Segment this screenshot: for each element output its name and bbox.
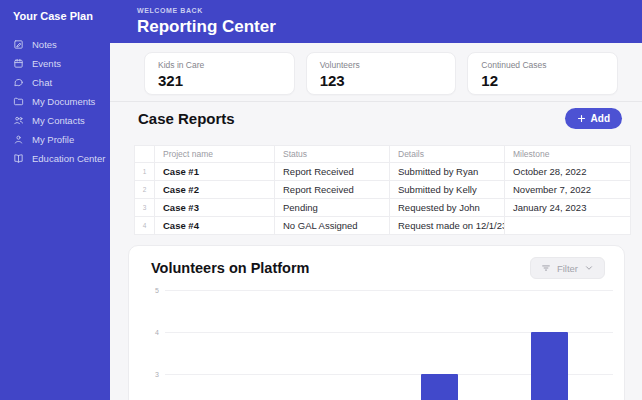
sidebar-item-notes[interactable]: Notes <box>0 35 110 54</box>
documents-icon <box>13 96 24 107</box>
table-cell: January 24, 2023 <box>505 199 631 217</box>
sidebar-title: Your Case Plan <box>0 0 110 22</box>
table-cell: Request made on 12/1/23 <box>390 217 505 235</box>
chart-bar <box>531 332 568 400</box>
sidebar-nav: NotesEventsChatMy DocumentsMy ContactsMy… <box>0 35 110 168</box>
volunteers-card: Volunteers on Platform Filter 543 <box>128 245 625 400</box>
case-reports-table: Project nameStatusDetailsMilestone 1Case… <box>134 145 630 235</box>
sidebar-item-education-center[interactable]: Education Center <box>0 149 110 168</box>
table-cell: Submitted by Kelly <box>390 181 505 199</box>
table-cell <box>505 217 631 235</box>
app-window: Your Case Plan NotesEventsChatMy Documen… <box>0 0 642 400</box>
table-row[interactable]: 3Case #3PendingRequested by JohnJanuary … <box>135 199 631 217</box>
stat-value: 123 <box>320 72 443 89</box>
table-row[interactable]: 2Case #2Report ReceivedSubmitted by Kell… <box>135 181 631 199</box>
table-cell: Submitted by Ryan <box>390 163 505 181</box>
table-cell: Requested by John <box>390 199 505 217</box>
filter-button-label: Filter <box>557 263 578 274</box>
stat-card-kids-in-care: Kids in Care321 <box>144 52 295 95</box>
table-row[interactable]: 4Case #4No GAL AssignedRequest made on 1… <box>135 217 631 235</box>
column-header-milestone: Milestone <box>505 146 631 163</box>
sidebar-item-label: Notes <box>32 39 57 50</box>
row-number-header <box>135 146 155 163</box>
stat-card-continued-cases: Continued Cases12 <box>467 52 618 95</box>
stat-label: Continued Cases <box>481 60 604 70</box>
sidebar-item-label: Education Center <box>32 153 105 164</box>
welcome-back-label: WELCOME BACK <box>137 7 642 14</box>
chevron-down-icon <box>584 263 594 273</box>
stat-label: Kids in Care <box>158 60 281 70</box>
sidebar-item-label: My Profile <box>32 134 74 145</box>
table-cell: Report Received <box>275 163 390 181</box>
table-body: 1Case #1Report ReceivedSubmitted by Ryan… <box>135 163 631 235</box>
cell-project-name: Case #1 <box>155 163 275 181</box>
case-reports-header: Case Reports Add <box>138 108 622 129</box>
y-axis-tick: 5 <box>143 287 159 294</box>
page-title: Reporting Center <box>137 17 642 37</box>
gridline-y-5 <box>165 290 613 291</box>
chat-icon <box>13 77 24 88</box>
column-header-project-name: Project name <box>155 146 275 163</box>
cell-project-name: Case #4 <box>155 217 275 235</box>
sidebar-item-chat[interactable]: Chat <box>0 73 110 92</box>
stats-row: Kids in Care321Volunteers123Continued Ca… <box>144 52 618 95</box>
sidebar: Your Case Plan NotesEventsChatMy Documen… <box>0 0 110 400</box>
filter-icon <box>541 263 551 273</box>
cell-project-name: Case #3 <box>155 199 275 217</box>
filter-button[interactable]: Filter <box>530 257 605 279</box>
table-cell: No GAL Assigned <box>275 217 390 235</box>
volunteers-title: Volunteers on Platform <box>151 260 309 276</box>
cell-project-name: Case #2 <box>155 181 275 199</box>
sidebar-item-label: My Documents <box>32 96 95 107</box>
y-axis-tick: 4 <box>143 329 159 336</box>
table-cell: November 7, 2022 <box>505 181 631 199</box>
education-icon <box>13 153 24 164</box>
table-header-row: Project nameStatusDetailsMilestone <box>135 146 631 163</box>
case-reports-title: Case Reports <box>138 110 235 127</box>
profile-icon <box>13 134 24 145</box>
sidebar-item-events[interactable]: Events <box>0 54 110 73</box>
row-number: 1 <box>135 163 155 181</box>
sidebar-item-label: Events <box>32 58 61 69</box>
page-header: WELCOME BACK Reporting Center <box>110 0 642 43</box>
chart-bar <box>421 374 458 400</box>
sidebar-item-my-documents[interactable]: My Documents <box>0 92 110 111</box>
chart-plot-area: 543 <box>165 290 613 400</box>
row-number: 4 <box>135 217 155 235</box>
sidebar-item-my-profile[interactable]: My Profile <box>0 130 110 149</box>
sidebar-item-my-contacts[interactable]: My Contacts <box>0 111 110 130</box>
table-cell: Report Received <box>275 181 390 199</box>
stat-value: 12 <box>481 72 604 89</box>
sidebar-item-label: Chat <box>32 77 52 88</box>
plus-icon <box>577 114 586 123</box>
contacts-icon <box>13 115 24 126</box>
row-number: 3 <box>135 199 155 217</box>
notes-icon <box>13 39 24 50</box>
stat-value: 321 <box>158 72 281 89</box>
stat-card-volunteers: Volunteers123 <box>306 52 457 95</box>
table-row[interactable]: 1Case #1Report ReceivedSubmitted by Ryan… <box>135 163 631 181</box>
events-icon <box>13 58 24 69</box>
add-button[interactable]: Add <box>565 108 622 129</box>
add-button-label: Add <box>591 113 610 124</box>
table-cell: Pending <box>275 199 390 217</box>
sidebar-item-label: My Contacts <box>32 115 85 126</box>
table-cell: October 28, 2022 <box>505 163 631 181</box>
row-number: 2 <box>135 181 155 199</box>
section-divider <box>110 101 642 102</box>
y-axis-tick: 3 <box>143 371 159 378</box>
volunteers-header: Volunteers on Platform Filter <box>129 246 624 279</box>
stat-label: Volunteers <box>320 60 443 70</box>
column-header-status: Status <box>275 146 390 163</box>
column-header-details: Details <box>390 146 505 163</box>
